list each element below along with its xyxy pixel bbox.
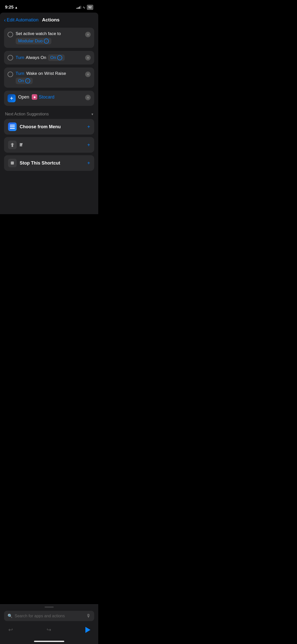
if-label: If <box>20 142 84 148</box>
stop-icon <box>8 159 17 167</box>
svg-rect-4 <box>10 128 15 129</box>
wifi-icon: ∿ <box>83 6 85 9</box>
stocard-label: Stocard <box>39 94 54 100</box>
svg-rect-2 <box>10 125 15 125</box>
signal-bars <box>77 6 81 9</box>
drag-handle-icon <box>8 72 13 77</box>
suggestions-chevron-icon: ▾ <box>91 112 93 116</box>
stop-shortcut-label: Stop This Shortcut <box>20 160 84 166</box>
action-prefix-watch: Set active watch face to <box>16 31 61 36</box>
action-body-watch-face: Set active watch face to Modular Duo › <box>16 31 83 44</box>
status-time: 9:25 ▲ <box>5 5 18 10</box>
choose-menu-icon <box>8 122 17 131</box>
suggestion-if[interactable]: If + <box>4 137 94 153</box>
actions-list: Set active watch face to Modular Duo › ✕… <box>0 26 98 108</box>
svg-rect-5 <box>11 162 14 165</box>
stocard-button[interactable]: ◈ Stocard <box>32 94 54 100</box>
wake-wrist-value-button[interactable]: On › <box>16 78 33 84</box>
location-icon: ▲ <box>15 6 18 9</box>
svg-rect-1 <box>11 97 12 100</box>
time-display: 9:25 <box>5 5 14 10</box>
nav-back-button[interactable]: ‹ Edit Automation <box>4 17 39 23</box>
battery-indicator: 52 <box>87 5 93 10</box>
always-on-value: On <box>50 55 56 60</box>
stop-shortcut-add-button[interactable]: + <box>87 160 90 166</box>
status-bar: 9:25 ▲ ∿ 52 <box>0 0 98 13</box>
main-content: ‹ Edit Automation Actions Set active wat… <box>0 13 98 214</box>
back-arrow-icon: ‹ <box>4 17 6 22</box>
choose-menu-label: Choose from Menu <box>20 124 84 130</box>
if-icon <box>8 141 17 149</box>
always-on-value-button[interactable]: On › <box>48 54 65 61</box>
suggestion-choose-menu[interactable]: Choose from Menu + <box>4 119 94 135</box>
suggestions-header[interactable]: Next Action Suggestions ▾ <box>0 108 98 119</box>
page-title: Actions <box>42 17 60 23</box>
watch-face-value-button[interactable]: Modular Duo › <box>16 38 51 44</box>
action-open-body: Open ◈ Stocard <box>18 94 83 100</box>
wake-wrist-value: On <box>18 78 24 83</box>
action-open-stocard[interactable]: Open ◈ Stocard ✕ <box>4 91 94 106</box>
action-body-wake-wrist: Turn Wake on Wrist Raise On › <box>16 71 83 84</box>
suggestions-label: Next Action Suggestions <box>5 112 49 116</box>
action-close-button[interactable]: ✕ <box>85 72 91 77</box>
stocard-app-icon: ◈ <box>32 94 37 100</box>
chevron-circle-icon: › <box>25 78 30 83</box>
turn-label: Turn <box>16 55 24 60</box>
action-always-on[interactable]: Turn Always On On › ✕ <box>4 51 94 65</box>
choose-menu-add-button[interactable]: + <box>87 124 90 129</box>
always-on-subject: Always On <box>26 55 46 60</box>
action-body-always-on: Turn Always On On › <box>16 54 83 61</box>
suggestion-items: Choose from Menu + If + Stop This Shortc… <box>0 119 98 171</box>
nav-bar: ‹ Edit Automation Actions <box>0 13 98 26</box>
open-label: Open <box>18 94 29 100</box>
if-add-button[interactable]: + <box>87 142 90 147</box>
action-wake-wrist[interactable]: Turn Wake on Wrist Raise On › ✕ <box>4 68 94 88</box>
turn-label: Turn <box>16 71 24 76</box>
action-close-button[interactable]: ✕ <box>85 55 91 60</box>
action-close-button[interactable]: ✕ <box>85 95 91 100</box>
action-close-button[interactable]: ✕ <box>85 32 91 37</box>
drag-handle-icon <box>8 32 13 37</box>
back-label[interactable]: Edit Automation <box>7 17 39 23</box>
watch-face-label: Modular Duo <box>18 39 43 44</box>
wake-wrist-subject: Wake on Wrist Raise <box>26 71 66 76</box>
drag-handle-icon <box>8 55 13 60</box>
chevron-circle-icon: › <box>44 39 49 44</box>
suggestion-stop-shortcut[interactable]: Stop This Shortcut + <box>4 155 94 171</box>
action-watch-face[interactable]: Set active watch face to Modular Duo › ✕ <box>4 28 94 48</box>
status-right: ∿ 52 <box>77 5 93 10</box>
chevron-circle-icon: › <box>57 55 62 60</box>
svg-rect-3 <box>10 126 15 127</box>
shortcuts-app-icon <box>8 94 16 102</box>
